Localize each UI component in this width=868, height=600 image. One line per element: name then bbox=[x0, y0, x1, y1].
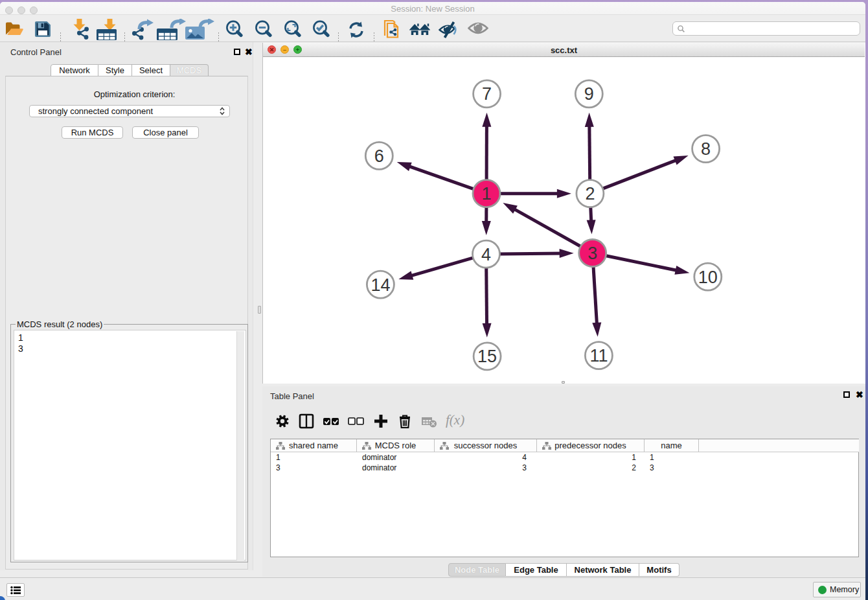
svg-text:11: 11 bbox=[589, 346, 608, 365]
svg-text:8: 8 bbox=[701, 139, 711, 159]
svg-text:15: 15 bbox=[477, 347, 497, 366]
svg-text:1: 1 bbox=[481, 184, 491, 203]
svg-text:9: 9 bbox=[584, 84, 594, 104]
svg-text:2: 2 bbox=[585, 184, 595, 203]
svg-text:7: 7 bbox=[482, 84, 492, 104]
svg-text:10: 10 bbox=[698, 268, 718, 287]
svg-text:6: 6 bbox=[374, 146, 384, 166]
svg-text:14: 14 bbox=[371, 275, 390, 295]
svg-text:3: 3 bbox=[588, 244, 597, 263]
svg-text:4: 4 bbox=[481, 245, 491, 264]
